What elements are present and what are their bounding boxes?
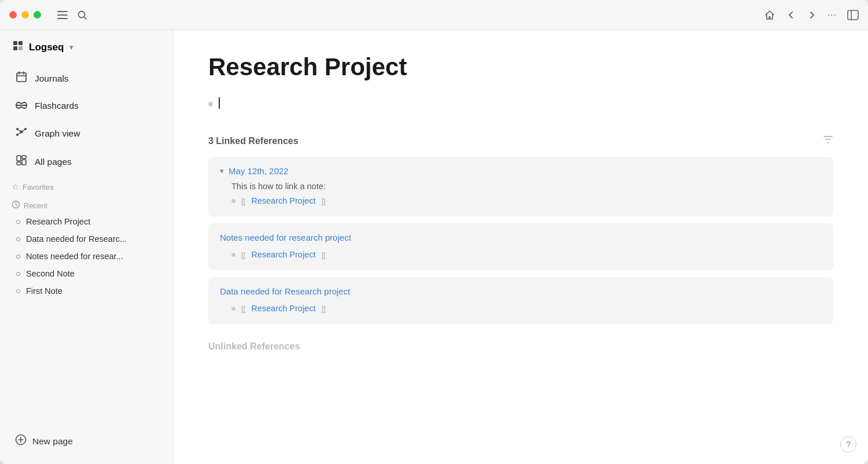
sidebar-item-graph-view[interactable]: Graph view [3, 120, 170, 147]
svg-rect-8 [19, 41, 23, 45]
sidebar-item-label-flashcards: Flashcards [35, 101, 79, 111]
more-icon[interactable]: ··· [827, 10, 837, 20]
ref-card-title-may[interactable]: May 12th, 2022 [229, 166, 288, 176]
ref-link-research[interactable]: Research Project [251, 196, 315, 205]
search-icon[interactable] [77, 10, 87, 20]
sidebar-item-label-graph-view: Graph view [35, 128, 80, 139]
recent-item-label: Data needed for Researc... [26, 234, 127, 244]
sidebar-bottom: New page [0, 422, 173, 464]
help-button[interactable]: ? [840, 436, 856, 452]
nav-right: ··· [764, 9, 859, 21]
recent-dot [16, 255, 20, 259]
recent-item-label: Notes needed for resear... [26, 252, 123, 261]
ref-link-research-3[interactable]: Research Project [251, 304, 315, 313]
maximize-button[interactable] [34, 11, 41, 19]
home-icon[interactable] [764, 9, 775, 21]
svg-line-4 [84, 17, 87, 19]
sidebar-recent-notes[interactable]: Notes needed for resear... [0, 248, 173, 265]
sidebar-recent-second-note[interactable]: Second Note [0, 265, 173, 282]
app-window: ··· Log [0, 0, 868, 464]
reference-card-may: ▾ May 12th, 2022 This is how to link a n… [208, 157, 833, 216]
hamburger-icon[interactable] [57, 11, 68, 19]
sidebar-logo-label: Logseq [29, 42, 64, 53]
linked-references-count: 3 Linked References [208, 136, 299, 146]
favorites-label: Favorites [23, 183, 53, 192]
close-button[interactable] [9, 11, 17, 19]
sidebar: Logseq ▾ Journals [0, 30, 174, 464]
ref-card-body-notes: [[Research Project]] [220, 248, 822, 261]
recent-item-label: Second Note [26, 269, 75, 278]
recent-item-label: First Note [26, 286, 62, 296]
recent-dot [16, 220, 20, 224]
svg-point-3 [79, 11, 85, 17]
sidebar-item-journals[interactable]: Journals [3, 65, 170, 92]
editor-area[interactable] [208, 95, 833, 111]
recent-header: Recent [0, 194, 173, 213]
svg-rect-24 [17, 162, 21, 165]
svg-line-21 [17, 132, 21, 135]
ref-link-bracket-close: ]] [321, 251, 325, 259]
new-page-icon [15, 434, 27, 448]
svg-rect-5 [848, 10, 858, 20]
ref-card-header-data: Data needed for Research project [220, 286, 822, 296]
sidebar-recent-research[interactable]: Research Project [0, 213, 173, 230]
ref-bullet-dot [231, 253, 236, 257]
minimize-button[interactable] [21, 11, 29, 19]
sidebar-logo-icon [12, 39, 24, 55]
sidebar-logo[interactable]: Logseq ▾ [0, 30, 173, 64]
svg-rect-2 [57, 18, 68, 19]
help-label: ? [846, 440, 851, 449]
ref-bullet-dot [231, 199, 236, 203]
page-title[interactable]: Research Project [208, 53, 833, 81]
favorites-icon: ☆ [12, 182, 19, 192]
sidebar-recent-first-note[interactable]: First Note [0, 282, 173, 300]
ref-link-bracket-open: [[ [241, 304, 245, 313]
main-layout: Logseq ▾ Journals [0, 30, 868, 464]
ref-bullet-line: [[Research Project]] [231, 302, 822, 315]
sidebar-toggle-icon[interactable] [847, 10, 859, 20]
recent-icon [12, 200, 20, 211]
ref-link-bracket-close: ]] [321, 304, 325, 313]
svg-rect-22 [17, 156, 21, 161]
ref-bullet-line: [[Research Project]] [231, 194, 822, 207]
ref-link-bracket-open: [[ [241, 251, 245, 259]
reference-card-data: Data needed for Research project [[Resea… [208, 277, 833, 324]
reference-card-notes: Notes needed for research project [[Rese… [208, 223, 833, 270]
svg-rect-7 [13, 41, 17, 45]
titlebar: ··· [0, 0, 868, 30]
collapse-arrow-icon[interactable]: ▾ [220, 167, 224, 175]
back-icon[interactable] [786, 10, 796, 20]
content-area: Research Project 3 Linked References [174, 30, 868, 464]
new-page-button[interactable]: New page [3, 428, 170, 455]
ref-link-bracket-open: [[ [241, 197, 245, 205]
graph-view-icon [15, 126, 28, 141]
recent-dot [16, 289, 20, 293]
ref-link-research-2[interactable]: Research Project [251, 250, 315, 259]
forward-icon[interactable] [807, 10, 817, 20]
editor-line [208, 95, 833, 111]
sidebar-item-all-pages[interactable]: All pages [3, 148, 170, 175]
sidebar-item-flashcards[interactable]: Flashcards [3, 93, 170, 119]
ref-card-title-notes[interactable]: Notes needed for research project [220, 233, 351, 242]
ref-card-body-may: This is how to link a note: [[Research P… [220, 182, 822, 207]
ref-card-title-data[interactable]: Data needed for Research project [220, 286, 350, 296]
unlinked-references-title: Unlinked References [208, 341, 833, 352]
svg-rect-25 [22, 160, 26, 165]
sidebar-item-label-all-pages: All pages [35, 157, 72, 167]
journals-icon [15, 71, 28, 86]
ref-card-body-data: [[Research Project]] [220, 302, 822, 315]
filter-icon[interactable] [823, 134, 833, 148]
ref-bullet-line: [[Research Project]] [231, 248, 822, 261]
ref-card-header-may: ▾ May 12th, 2022 [220, 166, 822, 176]
sidebar-logo-chevron: ▾ [69, 43, 73, 51]
window-controls [9, 11, 41, 19]
editor-cursor[interactable] [219, 97, 220, 109]
svg-rect-11 [17, 73, 26, 82]
sidebar-recent-data[interactable]: Data needed for Researc... [0, 230, 173, 248]
ref-bullet-dot [231, 307, 236, 311]
sidebar-item-label-journals: Journals [35, 73, 69, 84]
recent-label: Recent [24, 201, 47, 210]
ref-link-bracket-close: ]] [321, 197, 325, 205]
ref-card-header-notes: Notes needed for research project [220, 233, 822, 242]
bullet-dot [208, 102, 213, 106]
